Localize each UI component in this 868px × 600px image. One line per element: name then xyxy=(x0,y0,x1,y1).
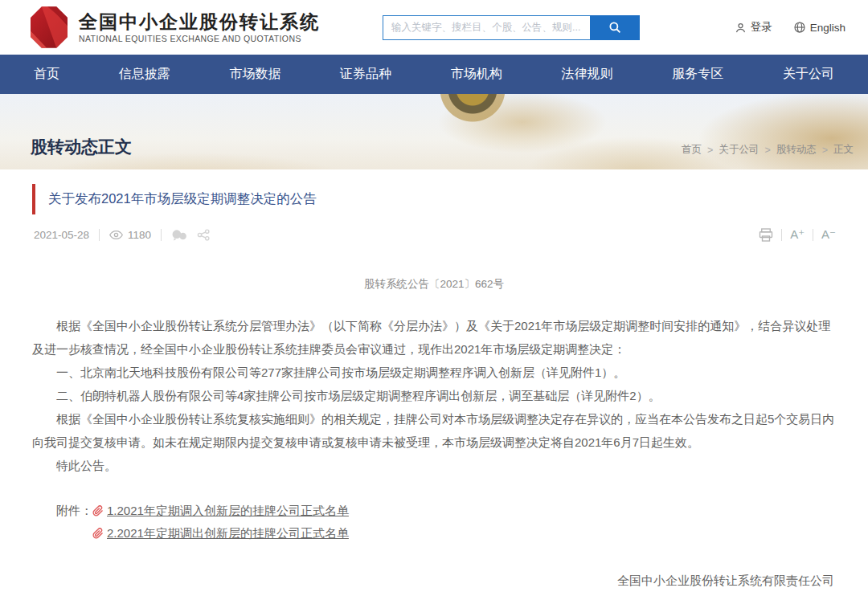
globe-icon xyxy=(793,21,806,34)
meta-left: 2021-05-28 1180 xyxy=(34,229,211,241)
paperclip-icon xyxy=(92,505,104,516)
divider xyxy=(781,229,782,241)
search-icon xyxy=(608,20,622,35)
attachments: 附件： 1.2021年定期调入创新层的挂牌公司正式名单 2.2021年定期调出创… xyxy=(32,500,836,545)
view-count-value: 1180 xyxy=(128,229,151,241)
print-button[interactable] xyxy=(759,228,773,242)
divider xyxy=(99,229,100,241)
login-link[interactable]: 登录 xyxy=(735,20,772,35)
attachment-link-2[interactable]: 2.2021年定期调出创新层的挂牌公司正式名单 xyxy=(92,522,349,545)
printer-icon xyxy=(759,228,773,242)
nav-item-rules[interactable]: 法律规则 xyxy=(554,66,621,83)
font-decrease-button[interactable]: A⁻ xyxy=(821,227,836,242)
search-input[interactable] xyxy=(383,15,590,40)
language-label: English xyxy=(810,22,845,34)
brand-title: 全国中小企业股份转让系统 xyxy=(79,11,320,32)
breadcrumb-news[interactable]: 股转动态 xyxy=(776,143,817,157)
paragraph: 一、北京南北天地科技股份有限公司等277家挂牌公司按市场层级定期调整程序调入创新… xyxy=(32,361,836,384)
brand-text: 全国中小企业股份转让系统 NATIONAL EQUITIES EXCHANGE … xyxy=(79,11,320,43)
article-meta-row: 2021-05-28 1180 xyxy=(32,227,836,242)
paragraph: 二、伯朗特机器人股份有限公司等4家挂牌公司按市场层级定期调整程序调出创新层，调至… xyxy=(32,384,836,407)
attachment-link-1[interactable]: 1.2021年定期调入创新层的挂牌公司正式名单 xyxy=(92,500,349,522)
header-right: 登录 English xyxy=(735,20,845,35)
article-title: 关于发布2021年市场层级定期调整决定的公告 xyxy=(48,190,317,208)
comment-bubbles-icon xyxy=(171,229,187,241)
main-nav: 首页 信息披露 市场数据 证券品种 市场机构 法律规则 服务专区 关于公司 xyxy=(0,55,868,94)
eye-icon xyxy=(109,230,123,240)
nav-item-about[interactable]: 关于公司 xyxy=(775,66,842,83)
language-link[interactable]: English xyxy=(793,21,845,34)
search-button[interactable] xyxy=(590,15,640,40)
article-title-row: 关于发布2021年市场层级定期调整决定的公告 xyxy=(32,184,836,214)
nav-item-services[interactable]: 服务专区 xyxy=(664,66,731,83)
divider xyxy=(813,229,813,241)
attachment-list: 1.2021年定期调入创新层的挂牌公司正式名单 2.2021年定期调出创新层的挂… xyxy=(92,500,349,545)
attachment-text: 2.2021年定期调出创新层的挂牌公司正式名单 xyxy=(107,522,349,545)
article: 关于发布2021年市场层级定期调整决定的公告 2021-05-28 1180 xyxy=(0,169,868,600)
paragraph: 根据《全国中小企业股份转让系统复核实施细则》的相关规定，挂牌公司对本市场层级调整… xyxy=(32,407,836,454)
attachments-label: 附件： xyxy=(56,500,92,545)
nav-item-disclosure[interactable]: 信息披露 xyxy=(111,66,178,83)
paragraph: 特此公告。 xyxy=(32,454,836,477)
breadcrumb: 首页 > 关于公司 > 股转动态 > 正文 xyxy=(682,143,854,157)
breadcrumb-separator: > xyxy=(764,145,770,156)
view-count: 1180 xyxy=(109,229,151,241)
breadcrumb-separator: > xyxy=(822,145,828,156)
paperclip-icon xyxy=(92,528,104,539)
neeq-logo-icon xyxy=(31,6,68,48)
breadcrumb-home[interactable]: 首页 xyxy=(682,143,702,157)
breadcrumb-about[interactable]: 关于公司 xyxy=(719,143,759,157)
font-increase-button[interactable]: A⁺ xyxy=(790,227,805,242)
signature-company: 全国中小企业股份转让系统有限责任公司 xyxy=(32,573,834,589)
brand-subtitle: NATIONAL EQUITIES EXCHANGE AND QUOTATION… xyxy=(79,34,320,43)
share-button[interactable] xyxy=(197,229,211,241)
comment-button[interactable] xyxy=(171,229,187,241)
banner: 股转动态正文 首页 > 关于公司 > 股转动态 > 正文 xyxy=(0,94,868,169)
divider xyxy=(161,229,162,241)
nav-item-institutions[interactable]: 市场机构 xyxy=(443,66,510,83)
meta-right: A⁺ A⁻ xyxy=(759,227,836,242)
signature: 全国中小企业股份转让系统有限责任公司 2021年5月28日 xyxy=(32,573,836,600)
paragraph: 根据《全国中小企业股份转让系统分层管理办法》（以下简称《分层办法》）及《关于20… xyxy=(32,314,836,361)
breadcrumb-current: 正文 xyxy=(833,143,854,157)
attachment-text: 1.2021年定期调入创新层的挂牌公司正式名单 xyxy=(107,500,349,522)
nav-item-securities[interactable]: 证券品种 xyxy=(332,66,399,83)
nav-item-market-data[interactable]: 市场数据 xyxy=(221,66,289,83)
site-header: 全国中小企业股份转让系统 NATIONAL EQUITIES EXCHANGE … xyxy=(0,0,868,55)
share-icon xyxy=(197,229,211,241)
login-label: 登录 xyxy=(751,20,772,35)
nav-item-home[interactable]: 首页 xyxy=(26,66,68,83)
publish-date: 2021-05-28 xyxy=(34,229,89,241)
breadcrumb-separator: > xyxy=(707,145,713,156)
doc-number: 股转系统公告〔2021〕662号 xyxy=(32,277,836,292)
user-icon xyxy=(735,22,747,34)
search-group xyxy=(383,15,640,40)
article-body: 根据《全国中小企业股份转让系统分层管理办法》（以下简称《分层办法》）及《关于20… xyxy=(32,314,836,477)
page-title: 股转动态正文 xyxy=(31,136,132,158)
